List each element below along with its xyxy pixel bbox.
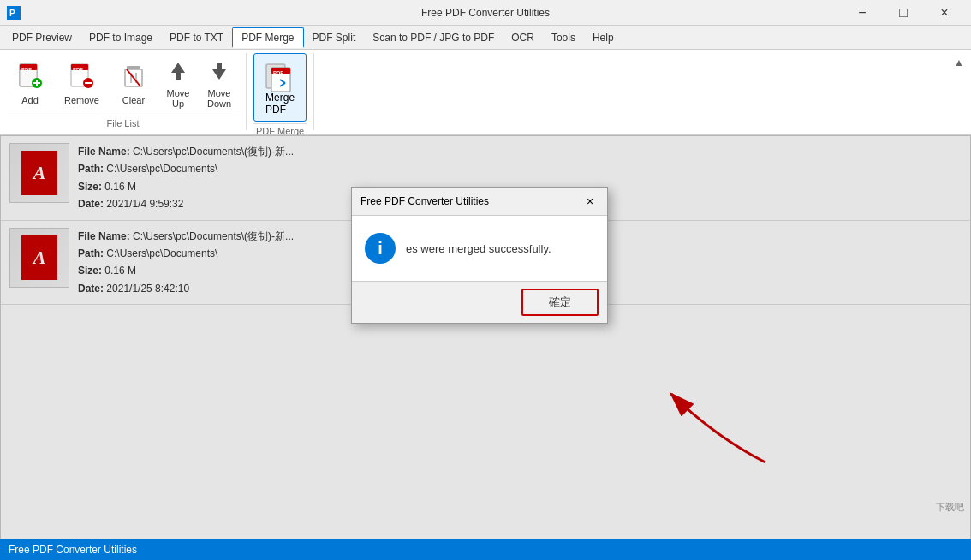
remove-pdf-icon: PDF: [68, 63, 95, 93]
move-up-icon: [166, 59, 190, 86]
dialog-close-button[interactable]: ×: [581, 193, 599, 210]
dialog-title: Free PDF Converter Utilities: [360, 195, 489, 207]
app-icon: P: [7, 6, 21, 20]
add-button-label: Add: [21, 95, 39, 105]
merge-group-buttons: PDF MergePDF: [253, 53, 307, 122]
merge-pdf-icon: PDF: [265, 59, 295, 90]
merge-pdf-button[interactable]: PDF MergePDF: [253, 53, 307, 122]
ribbon-file-list-group: PDF Add PDF: [0, 53, 247, 130]
close-button[interactable]: ×: [925, 0, 964, 26]
dialog-titlebar: Free PDF Converter Utilities ×: [352, 188, 607, 216]
svg-marker-22: [212, 69, 226, 80]
status-text: Free PDF Converter Utilities: [9, 544, 137, 556]
dialog-footer: 確定: [352, 281, 607, 323]
menu-scan-to-pdf[interactable]: Scan to PDF / JPG to PDF: [364, 28, 503, 47]
menu-pdf-split[interactable]: PDF Split: [304, 28, 365, 47]
menu-ocr[interactable]: OCR: [503, 28, 543, 47]
minimize-button[interactable]: −: [843, 0, 882, 26]
menu-pdf-merge[interactable]: PDF Merge: [232, 27, 303, 48]
menu-pdf-to-txt[interactable]: PDF to TXT: [161, 28, 232, 47]
dialog-overlay: Free PDF Converter Utilities × i es were…: [0, 135, 971, 539]
svg-line-18: [127, 69, 140, 86]
move-down-button[interactable]: MoveDown: [200, 55, 239, 113]
dialog: Free PDF Converter Utilities × i es were…: [351, 187, 608, 324]
add-pdf-icon: PDF: [16, 63, 44, 93]
svg-text:PDF: PDF: [73, 67, 83, 72]
svg-text:PDF: PDF: [21, 67, 32, 72]
svg-marker-19: [171, 63, 185, 73]
clear-icon: [120, 63, 147, 93]
move-down-label: MoveDown: [207, 88, 231, 109]
content-area: A File Name: C:\Users\pc\Documents\(復制)-…: [0, 135, 971, 539]
merge-pdf-label: MergePDF: [265, 92, 295, 116]
svg-rect-20: [176, 73, 181, 80]
move-down-icon: [207, 59, 231, 86]
svg-text:P: P: [9, 9, 15, 18]
file-list-group-label: File List: [7, 116, 239, 130]
maximize-button[interactable]: □: [884, 0, 923, 26]
clear-button-label: Clear: [122, 95, 145, 105]
ribbon: PDF Add PDF: [0, 50, 971, 135]
title-bar-controls: − □ ×: [843, 0, 964, 26]
svg-text:PDF: PDF: [273, 70, 283, 75]
dialog-ok-button[interactable]: 確定: [521, 289, 599, 316]
dialog-message: es were merged successfully.: [406, 242, 551, 255]
svg-rect-21: [217, 63, 222, 69]
remove-button[interactable]: PDF Remove: [55, 58, 109, 110]
menu-tools[interactable]: Tools: [543, 28, 584, 47]
ribbon-collapse-button[interactable]: ▲: [947, 53, 971, 130]
title-bar: P Free PDF Converter Utilities − □ ×: [0, 0, 971, 26]
status-bar: Free PDF Converter Utilities: [0, 539, 971, 560]
menu-help[interactable]: Help: [584, 28, 623, 47]
dialog-content: i es were merged successfully.: [352, 216, 607, 281]
ribbon-pdf-merge-group: PDF MergePDF PDF Merge: [247, 53, 314, 130]
info-icon: i: [365, 233, 396, 264]
ribbon-buttons-row: PDF Add PDF: [7, 53, 239, 114]
add-button[interactable]: PDF Add: [7, 58, 53, 110]
remove-button-label: Remove: [64, 95, 99, 105]
menu-pdf-preview[interactable]: PDF Preview: [3, 28, 80, 47]
title-bar-title: Free PDF Converter Utilities: [421, 7, 550, 19]
clear-button[interactable]: Clear: [110, 58, 157, 110]
move-up-label: MoveUp: [167, 88, 190, 109]
menu-pdf-to-image[interactable]: PDF to Image: [80, 28, 161, 47]
menu-bar: PDF Preview PDF to Image PDF to TXT PDF …: [0, 26, 971, 50]
move-up-button[interactable]: MoveUp: [158, 55, 198, 113]
